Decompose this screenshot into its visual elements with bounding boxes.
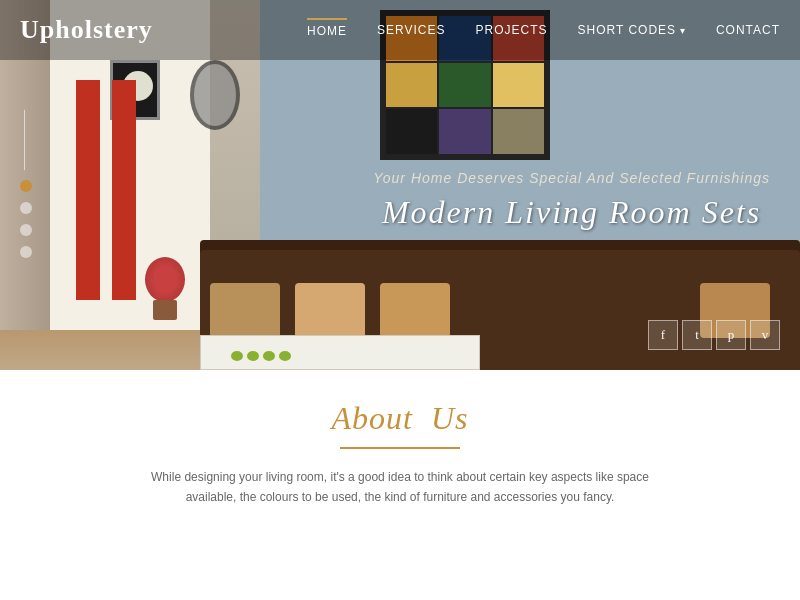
art-cell-5 bbox=[439, 63, 490, 108]
slider-dot-1[interactable] bbox=[20, 180, 32, 192]
hero-subtitle: Your Home Deserves Special And Selected … bbox=[373, 170, 770, 186]
twitter-button[interactable]: t bbox=[682, 320, 712, 350]
about-title-accent: Us bbox=[431, 400, 469, 436]
art-cell-8 bbox=[439, 109, 490, 154]
vimeo-button[interactable]: v bbox=[750, 320, 780, 350]
slider-dot-4[interactable] bbox=[20, 246, 32, 258]
nav-item-projects[interactable]: PROJECTS bbox=[476, 19, 548, 41]
nav-item-home[interactable]: HOME bbox=[307, 18, 347, 42]
art-cell-7 bbox=[386, 109, 437, 154]
art-cell-4 bbox=[386, 63, 437, 108]
fruit-1 bbox=[231, 351, 243, 361]
slider-dot-3[interactable] bbox=[20, 224, 32, 236]
plant bbox=[145, 260, 185, 320]
facebook-button[interactable]: f bbox=[648, 320, 678, 350]
fruit-3 bbox=[263, 351, 275, 361]
nav-item-contact[interactable]: CONTACT bbox=[716, 19, 780, 41]
fruit-bowl bbox=[231, 351, 291, 361]
social-bar: f t p v bbox=[648, 320, 780, 350]
fruit-4 bbox=[279, 351, 291, 361]
nav-item-services[interactable]: SERVICES bbox=[377, 19, 445, 41]
slider-dots bbox=[20, 180, 32, 258]
cushion-1 bbox=[210, 283, 280, 338]
pinterest-button[interactable]: p bbox=[716, 320, 746, 350]
site-logo[interactable]: Upholstery bbox=[20, 15, 153, 45]
red-strip-1 bbox=[76, 80, 100, 300]
slider-line bbox=[24, 110, 25, 170]
mirror bbox=[190, 60, 240, 130]
coffee-table bbox=[200, 335, 480, 370]
plant-pot bbox=[153, 300, 177, 320]
cushion-3 bbox=[380, 283, 450, 338]
about-title: About Us bbox=[332, 400, 469, 437]
fruit-2 bbox=[247, 351, 259, 361]
plant-leaves bbox=[145, 257, 185, 302]
about-section: About Us While designing your living roo… bbox=[0, 370, 800, 600]
about-title-plain: About bbox=[332, 400, 413, 436]
nav-item-short-codes[interactable]: SHORT CODES bbox=[578, 19, 686, 41]
title-underline bbox=[340, 447, 460, 449]
hero-text-block: Your Home Deserves Special And Selected … bbox=[373, 170, 770, 231]
red-strip-2 bbox=[112, 80, 136, 300]
door-decoration bbox=[70, 80, 142, 300]
main-nav: HOME SERVICES PROJECTS SHORT CODES CONTA… bbox=[307, 18, 780, 42]
about-description: While designing your living room, it's a… bbox=[150, 467, 650, 508]
slider-dot-2[interactable] bbox=[20, 202, 32, 214]
hero-title: Modern Living Room Sets bbox=[373, 194, 770, 231]
cushion-2 bbox=[295, 283, 365, 338]
art-cell-6 bbox=[493, 63, 544, 108]
art-cell-9 bbox=[493, 109, 544, 154]
site-header: Upholstery HOME SERVICES PROJECTS SHORT … bbox=[0, 0, 800, 60]
